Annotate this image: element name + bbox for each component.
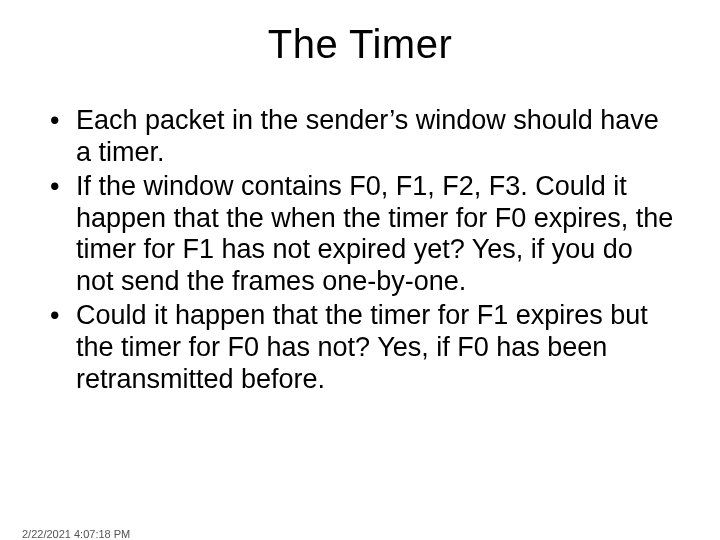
list-item: If the window contains F0, F1, F2, F3. C… [46, 171, 674, 298]
footer-timestamp: 2/22/2021 4:07:18 PM [22, 528, 130, 540]
slide: The Timer Each packet in the sender’s wi… [0, 22, 720, 540]
list-item: Each packet in the sender’s window shoul… [46, 105, 674, 169]
slide-body: Each packet in the sender’s window shoul… [0, 105, 720, 396]
bullet-list: Each packet in the sender’s window shoul… [46, 105, 674, 396]
list-item: Could it happen that the timer for F1 ex… [46, 300, 674, 396]
slide-title: The Timer [0, 22, 720, 67]
